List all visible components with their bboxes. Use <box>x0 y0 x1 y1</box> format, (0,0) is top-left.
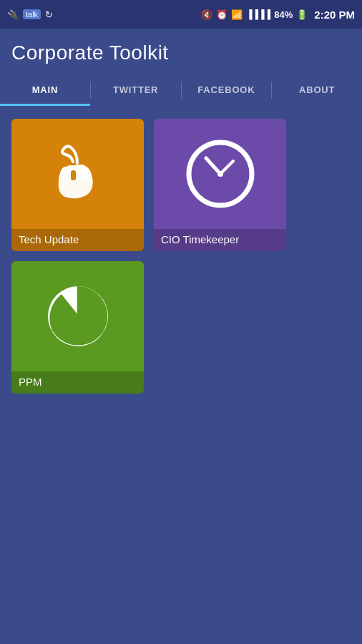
tile-tech-update-label: Tech Update <box>11 229 144 251</box>
wifi-icon: 📶 <box>231 9 243 20</box>
tile-tech-update-icon-area <box>11 119 144 229</box>
alarm-icon: ⏰ <box>216 9 228 20</box>
refresh-icon: ↻ <box>45 9 53 20</box>
mouse-icon <box>46 142 110 206</box>
pie-chart-icon <box>42 280 114 352</box>
battery-level: 84% <box>274 9 293 20</box>
tab-facebook[interactable]: FACEBOOK <box>182 74 272 106</box>
svg-point-5 <box>217 171 223 177</box>
app-header: Corporate Toolkit <box>0 29 362 74</box>
signal-icon: ▐▐▐▐ <box>246 9 270 19</box>
talk-icon: talk <box>23 9 41 19</box>
battery-icon: 🔋 <box>296 9 308 20</box>
app-grid: Tech Update CIO Timekeeper <box>0 107 362 405</box>
tab-about[interactable]: ABOUT <box>272 74 362 106</box>
tile-ppm-icon-area <box>11 261 144 371</box>
status-time: 2:20 PM <box>314 9 355 21</box>
svg-rect-0 <box>71 170 76 180</box>
clock-icon <box>185 138 256 210</box>
status-bar: 🔌 talk ↻ 🔇 ⏰ 📶 ▐▐▐▐ 84% 🔋 2:20 PM <box>0 0 362 29</box>
tab-main[interactable]: MAIN <box>0 74 90 106</box>
mute-icon: 🔇 <box>201 9 212 20</box>
tile-cio-timekeeper-icon-area <box>154 119 286 229</box>
tile-cio-timekeeper-label: CIO Timekeeper <box>154 229 286 251</box>
usb-icon: 🔌 <box>7 9 19 20</box>
tile-tech-update[interactable]: Tech Update <box>11 119 144 251</box>
status-icons-left: 🔌 talk ↻ <box>7 9 53 20</box>
tile-ppm[interactable]: PPM <box>11 261 144 394</box>
tab-bar: MAIN TWITTER FACEBOOK ABOUT <box>0 74 362 107</box>
tile-ppm-label: PPM <box>11 371 144 394</box>
tile-cio-timekeeper[interactable]: CIO Timekeeper <box>154 119 286 251</box>
status-icons-right: 🔇 ⏰ 📶 ▐▐▐▐ 84% 🔋 2:20 PM <box>201 9 355 21</box>
tab-twitter[interactable]: TWITTER <box>91 74 181 106</box>
page-title: Corporate Toolkit <box>11 42 351 64</box>
